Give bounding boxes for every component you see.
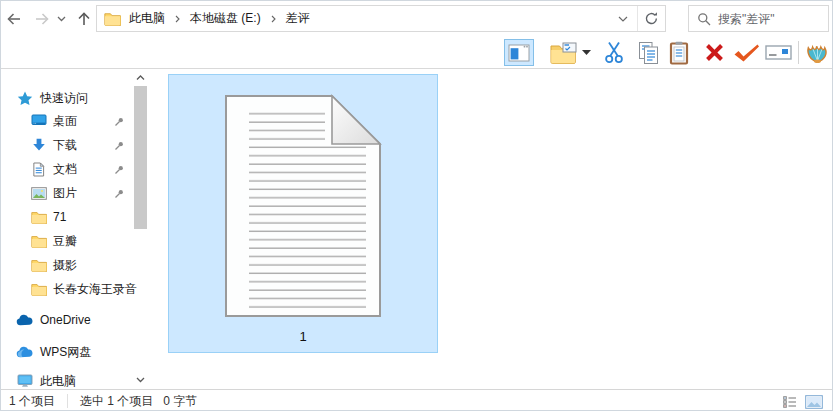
navigation-pane-toggle[interactable]: [504, 39, 534, 66]
up-icon: [75, 10, 93, 28]
recent-locations-button[interactable]: [54, 8, 68, 30]
sidebar-item-label: 快速访问: [40, 90, 88, 107]
breadcrumb-current-folder[interactable]: 差评: [278, 6, 318, 31]
file-list-area[interactable]: 1: [153, 70, 833, 389]
pin-icon: [114, 164, 124, 178]
this-pc-icon: [16, 373, 33, 390]
cut-icon: [604, 41, 624, 64]
navigation-pane-icon: [508, 44, 530, 62]
explorer-window: 此电脑 本地磁盘 (E:) 差评: [0, 0, 833, 411]
sidebar-item-label: 文档: [53, 161, 77, 178]
sidebar-scroll-up-button[interactable]: [132, 71, 149, 84]
chevron-down-icon: [136, 377, 145, 383]
folder-options-button[interactable]: [542, 39, 598, 66]
search-icon: [697, 12, 711, 26]
navigation-pane: 快速访问 桌面 下载 文档 图片 71 豆瓣: [1, 71, 153, 389]
text-document-icon: [219, 93, 387, 319]
delete-button[interactable]: [699, 39, 729, 66]
pin-icon: [114, 140, 124, 154]
details-view-icon: [783, 396, 797, 408]
back-button[interactable]: [3, 8, 25, 30]
pin-icon: [114, 188, 124, 202]
onedrive-cloud-icon: [16, 312, 33, 329]
quick-access-star-icon: [16, 90, 33, 107]
rename-button[interactable]: [763, 39, 793, 66]
shell-plugin-button[interactable]: [802, 39, 832, 66]
copy-button[interactable]: [634, 39, 664, 66]
sidebar-item-desktop[interactable]: 桌面: [1, 110, 151, 132]
folder-icon: [30, 233, 47, 250]
folder-icon: [30, 281, 47, 298]
select-check-button[interactable]: [731, 39, 761, 66]
sidebar-item-onedrive[interactable]: OneDrive: [1, 309, 151, 331]
breadcrumb-drive-e[interactable]: 本地磁盘 (E:): [182, 6, 269, 31]
back-icon: [5, 10, 23, 28]
sidebar-item-folder-photography[interactable]: 摄影: [1, 254, 151, 276]
sidebar-item-wps-cloud[interactable]: WPS网盘: [1, 341, 151, 363]
thumbnail-view-button[interactable]: [803, 392, 825, 411]
documents-icon: [30, 161, 47, 178]
desktop-icon: [30, 113, 47, 130]
sidebar-item-pictures[interactable]: 图片: [1, 182, 151, 204]
downloads-icon: [30, 137, 47, 154]
pictures-icon: [30, 185, 47, 202]
status-separator: [67, 394, 68, 408]
file-item-selected[interactable]: 1: [168, 74, 438, 353]
check-icon: [733, 43, 760, 63]
status-bar: 1 个项目 选中 1 个项目 0 字节: [1, 389, 833, 411]
sidebar-item-label: 摄影: [53, 257, 77, 274]
toolbar: [1, 36, 833, 69]
refresh-icon: [644, 11, 659, 26]
delete-icon: [703, 41, 726, 64]
folder-icon: [30, 257, 47, 274]
address-dropdown-icon: [618, 16, 628, 22]
wps-cloud-icon: [16, 344, 33, 361]
toolbar-separator: [798, 41, 799, 64]
file-name-label: 1: [169, 329, 437, 344]
sidebar-item-label: WPS网盘: [40, 344, 91, 361]
sidebar-item-label: 豆瓣: [53, 233, 77, 250]
address-bar[interactable]: 此电脑 本地磁盘 (E:) 差评: [96, 5, 666, 32]
sidebar-item-label: 下载: [53, 137, 77, 154]
sidebar-item-downloads[interactable]: 下载: [1, 134, 151, 156]
up-button[interactable]: [73, 8, 95, 30]
breadcrumb-chevron-icon: [269, 15, 278, 23]
sidebar-item-label: 长春女海王录音: [53, 281, 137, 298]
folder-options-icon: [550, 42, 577, 64]
breadcrumb-chevron-icon: [173, 15, 182, 23]
recent-locations-chevron-icon: [57, 16, 66, 22]
sidebar-item-label: 此电脑: [40, 373, 76, 390]
sidebar-item-folder-douban[interactable]: 豆瓣: [1, 230, 151, 252]
details-view-button[interactable]: [779, 392, 801, 411]
item-count: 1 个项目: [9, 393, 55, 410]
address-folder-icon: [104, 12, 121, 26]
sidebar-scroll-down-button[interactable]: [132, 373, 149, 386]
search-box[interactable]: [688, 5, 829, 32]
sidebar-item-label: 桌面: [53, 113, 77, 130]
paste-icon: [669, 41, 689, 65]
sidebar-item-quick-access[interactable]: 快速访问: [1, 87, 151, 109]
forward-button[interactable]: [31, 8, 53, 30]
refresh-button[interactable]: [637, 6, 665, 31]
pin-icon: [114, 116, 124, 130]
folder-icon: [30, 209, 47, 226]
sidebar-item-folder-recordings[interactable]: 长春女海王录音: [1, 278, 151, 300]
rename-icon: [765, 44, 792, 61]
search-input[interactable]: [718, 12, 828, 26]
chevron-up-icon: [136, 75, 145, 81]
paste-button[interactable]: [664, 39, 694, 66]
copy-icon: [638, 41, 660, 65]
thumbnail-view-icon: [805, 395, 823, 409]
shell-plugin-icon: [805, 41, 830, 64]
breadcrumb-this-pc[interactable]: 此电脑: [121, 6, 173, 31]
sidebar-scrollbar-thumb[interactable]: [134, 86, 147, 229]
sidebar-item-documents[interactable]: 文档: [1, 158, 151, 180]
selection-count: 选中 1 个项目: [80, 393, 153, 410]
sidebar-item-folder-71[interactable]: 71: [1, 206, 151, 228]
cut-button[interactable]: [599, 39, 629, 66]
dropdown-caret-icon: [582, 50, 591, 55]
address-dropdown-button[interactable]: [609, 6, 637, 31]
navigation-bar: 此电脑 本地磁盘 (E:) 差评: [1, 1, 833, 36]
sidebar-item-label: 图片: [53, 185, 77, 202]
sidebar-item-label: 71: [53, 210, 66, 224]
